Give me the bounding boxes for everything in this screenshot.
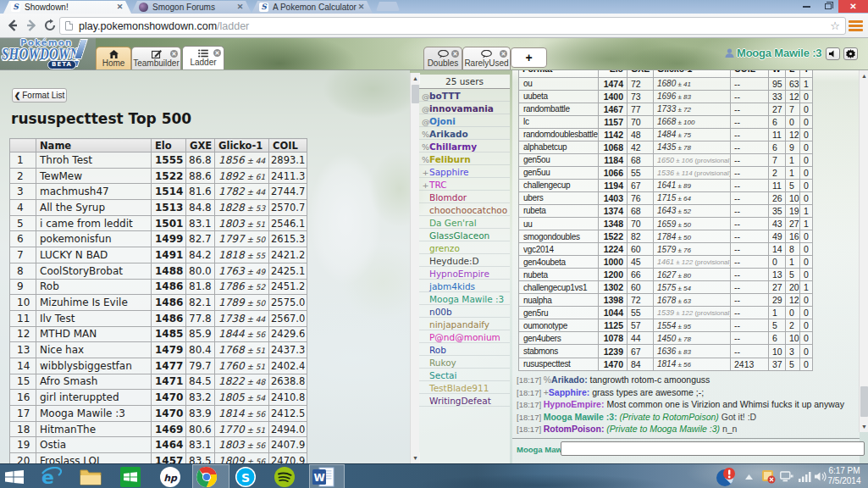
browser-tab-showdown[interactable]: S Showdown! ✕ [3,1,131,14]
taskbar-hp[interactable]: hp [158,466,183,487]
window-restore-button[interactable] [817,0,838,13]
tab-close-icon[interactable]: ✕ [116,3,124,11]
taskbar-windows-store[interactable] [118,466,143,487]
ps-tab-teambuilder[interactable]: Teambuilder ✕ [131,47,181,69]
ladder-elo: 1469 [152,421,186,437]
scrollbar-thumb[interactable] [412,85,419,103]
url-text[interactable]: play.pokemonshowdown.com/ladder [79,20,825,32]
userlist-item[interactable]: %Chillarmy [419,140,510,152]
ps-tab-home[interactable]: Home [96,47,131,69]
userlist-item[interactable]: grenzo [419,241,510,254]
taskbar-word[interactable]: W [311,466,336,487]
userlist-item[interactable]: Blomdor [419,191,510,203]
taskbar-spotify[interactable] [272,466,297,487]
new-tab-button[interactable] [376,2,400,11]
close-tab-icon[interactable]: ✕ [213,49,221,57]
format-name: gen4ubers [519,332,599,345]
close-tab-icon[interactable]: ✕ [170,50,178,58]
format-list-button[interactable]: ❮Format List [12,88,67,103]
close-tab-icon[interactable]: ✕ [451,50,459,58]
taskbar-file-explorer[interactable] [78,466,103,487]
ladder-row: 5i came from leddit150183.11803 ± 512546… [10,215,307,231]
ps-tab-rarelyused[interactable]: RarelyUsed ✕ [462,47,511,69]
taskbar-internet-explorer[interactable]: e [38,466,64,487]
userlist-item[interactable]: ninjapandaify [419,318,510,330]
ladder-coil: 2425.1 [269,263,307,279]
chat-username[interactable]: RotomPoison: [544,424,605,434]
address-bar[interactable]: play.pokemonshowdown.com/ladder ☆ [59,17,846,35]
start-button[interactable] [2,466,27,487]
close-tab-icon[interactable]: ✕ [500,50,507,58]
forward-icon[interactable] [25,19,38,32]
userlist-item[interactable]: TestBlade911 [419,381,510,394]
userlist-item[interactable]: Rukoy [419,356,510,369]
userlist-item[interactable]: GlassGlaceon [419,229,510,241]
scroll-up-icon[interactable]: ▲ [860,70,868,81]
ladder-rank: 8 [10,263,36,279]
chat-private-note: (Private to RotomPoison) [617,412,719,422]
ps-tab-doubles[interactable]: Doubles ✕ [423,47,462,69]
format-glicko: 1643 ± 52 [654,204,731,217]
taskbar-skype[interactable]: S [233,466,258,487]
userlist-item[interactable]: Heydude:D [419,254,510,267]
bookmark-star-icon[interactable]: ☆ [830,19,840,32]
reload-icon[interactable] [43,19,57,32]
format-gxe: 42 [628,141,654,153]
browser-tab-smogon[interactable]: Smogon Forums ✕ [131,1,252,14]
ladder-scrollbar[interactable]: ▲ ▼ [410,73,419,463]
scroll-down-icon[interactable]: ▼ [860,421,868,432]
scrollbar-thumb[interactable] [860,386,868,417]
userlist-item[interactable]: jabm4kids [419,280,510,292]
userlist-item[interactable]: +Sapphire [419,165,510,178]
window-close-button[interactable]: ✕ [838,0,868,13]
user-name: GlassGlaceon [429,230,489,241]
tray-action-center[interactable] [759,466,777,487]
userlist-item[interactable]: choochoocatchoo [419,203,510,216]
format-gxe: 72 [628,294,654,307]
userlist-item[interactable]: @boTTT [419,89,510,102]
tray-signal[interactable] [796,466,813,487]
tab-close-icon[interactable]: ✕ [236,3,244,11]
userlist-item[interactable]: Sectai [419,369,510,381]
userlist-item[interactable]: @innovamania [419,102,510,114]
browser-tab-calculator[interactable]: S A Pokemon Calculator ✕ [252,1,373,14]
tab-close-icon[interactable]: ✕ [357,3,365,11]
userlist-item[interactable]: n00b [419,305,510,318]
chat-input[interactable] [561,441,865,456]
back-icon[interactable] [6,19,19,32]
format-wins: 1 [769,307,786,319]
settings-button[interactable] [843,47,858,60]
window-minimize-button[interactable] [796,0,817,13]
userlist-item[interactable]: @Ojoni [419,114,510,127]
chrome-menu-icon[interactable] [848,19,864,33]
chat-username[interactable]: HypnoEmpire: [544,399,605,409]
chat-text: Most common one is Virizion and Whimsi f… [604,399,843,409]
sound-button[interactable] [826,47,840,60]
tray-display[interactable] [777,466,796,487]
taskbar-chrome[interactable] [194,466,219,487]
tray-alert[interactable] [714,466,738,487]
format-ties: 0 [800,256,813,269]
userlist-item[interactable]: Mooga Mawile :3 [419,292,510,305]
userlist-item[interactable]: Rob [419,343,510,356]
format-glicko-dev: ± 54 [676,285,691,292]
userlist-item[interactable]: %Arikado [419,127,510,140]
current-username[interactable]: Mooga Mawile :3 [737,47,821,59]
userlist-item[interactable]: %Feliburn [419,152,510,165]
chat-username[interactable]: Sapphire: [549,387,589,397]
taskbar-clock[interactable]: 6:17 PM 7/5/2014 [822,466,866,486]
add-room-button[interactable]: + [511,47,547,68]
userlist-item[interactable]: HypnoEmpire [419,267,510,280]
userlist-item[interactable]: Da Gen'ral [419,216,510,229]
room-scrollbar[interactable]: ▲ ▼ [859,70,868,432]
chat-username[interactable]: Arikado: [551,374,588,385]
userlist-item[interactable]: P@nd@monium [419,330,510,343]
ladder-glicko-dev: ± 54 [245,394,266,402]
userlist-item[interactable]: WritingDefeat [419,394,510,407]
userlist-item[interactable]: +TRC [419,178,510,191]
chat-username[interactable]: Mooga Mawile :3: [544,412,617,422]
format-name: ubers [519,191,599,204]
tray-show-hidden[interactable] [742,466,755,487]
user-name: Sectai [429,370,456,380]
ps-tab-ladder[interactable]: Ladder ✕ [182,46,224,69]
